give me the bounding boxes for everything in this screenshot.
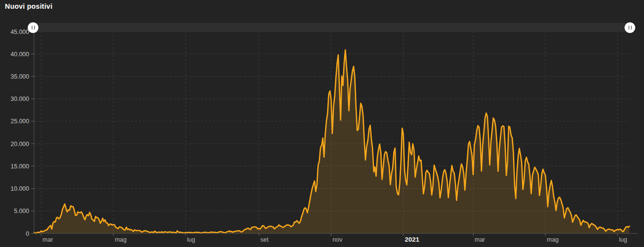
x-axis-label: mar [43, 236, 53, 243]
x-axis-label: mag [115, 236, 126, 243]
x-axis-label: mag [547, 236, 558, 243]
y-axis-label: 5.000 [14, 208, 29, 214]
y-axis-label: 25.000 [11, 118, 29, 125]
y-axis-label: 30.000 [11, 96, 29, 102]
slider-handle-left[interactable] [28, 22, 38, 33]
x-axis-label: lug [619, 236, 627, 243]
y-axis-label: 40.000 [11, 51, 29, 58]
chart-plot-area[interactable] [34, 50, 629, 233]
y-axis-label: 45.000 [11, 29, 29, 35]
time-range-slider[interactable] [33, 23, 633, 32]
slider-handle-right[interactable] [625, 22, 635, 33]
x-axis-label: set [261, 236, 269, 243]
y-axis-label: 10.000 [11, 185, 29, 192]
x-axis-label: nov [332, 236, 343, 243]
grip-vertical-icon [627, 26, 632, 30]
y-axis-label: 35.000 [11, 73, 29, 80]
grip-vertical-icon [31, 26, 35, 30]
area-fill [34, 50, 629, 233]
chart-canvas: 05.00010.00015.00020.00025.00030.00035.0… [0, 0, 644, 247]
x-axis-label: mar [475, 236, 486, 243]
y-axis-label: 0 [26, 231, 29, 237]
y-axis-label: 15.000 [11, 163, 29, 170]
x-axis-label: lug [187, 236, 195, 243]
y-axis-label: 20.000 [11, 141, 29, 148]
x-axis-label: 2021 [405, 236, 420, 243]
